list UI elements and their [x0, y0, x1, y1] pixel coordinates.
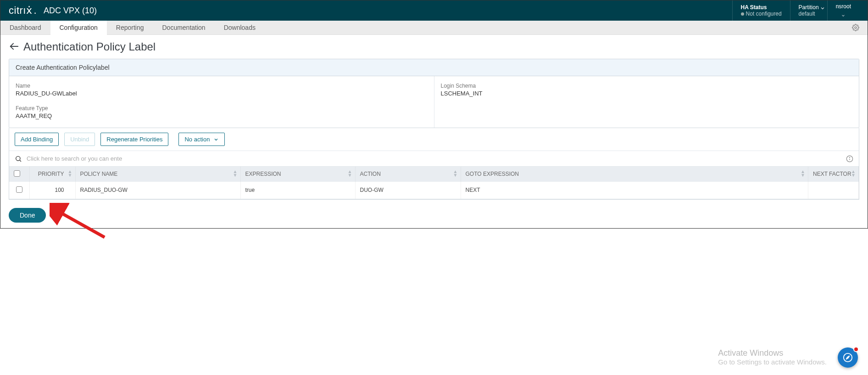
panel-body: Name RADIUS_DU-GWLabel Feature Type AAAT…	[9, 76, 859, 128]
panel-header: Create Authentication Policylabel	[9, 59, 859, 76]
no-action-dropdown[interactable]: No action	[178, 133, 225, 146]
tab-bar: Dashboard Configuration Reporting Docume…	[0, 21, 868, 35]
cell-priority: 100	[29, 182, 75, 199]
col-next-factor[interactable]: NEXT FACTOR▲▼	[808, 167, 859, 182]
top-header: citrıẋ ADC VPX (10) HA Status Not config…	[0, 0, 868, 21]
unbind-button[interactable]: Unbind	[64, 133, 95, 146]
ha-status-block[interactable]: HA Status Not configured	[732, 0, 790, 21]
svg-point-0	[855, 27, 857, 28]
sort-icon: ▲▼	[68, 170, 72, 177]
add-binding-button[interactable]: Add Binding	[15, 133, 59, 146]
user-block[interactable]: nsroot	[827, 0, 859, 21]
partition-value: default	[799, 11, 819, 17]
sort-icon: ▲▼	[801, 170, 805, 177]
gear-icon	[852, 24, 859, 31]
tab-downloads[interactable]: Downloads	[215, 21, 265, 35]
citrix-logo: citrıẋ	[9, 5, 35, 17]
header-right-group: HA Status Not configured Partition defau…	[732, 0, 859, 21]
cell-action: DUO-GW	[355, 182, 461, 199]
tab-configuration[interactable]: Configuration	[50, 21, 107, 35]
login-schema-value: LSCHEMA_INT	[441, 90, 853, 97]
back-button[interactable]	[9, 41, 19, 53]
no-action-label: No action	[184, 136, 210, 143]
name-value: RADIUS_DU-GWLabel	[16, 90, 428, 97]
info-icon	[846, 155, 853, 162]
panel-left-column: Name RADIUS_DU-GWLabel Feature Type AAAT…	[9, 76, 434, 128]
toolbar: Add Binding Unbind Regenerate Priorities…	[9, 128, 859, 151]
ha-status-title: HA Status	[741, 4, 782, 11]
regenerate-priorities-button[interactable]: Regenerate Priorities	[100, 133, 168, 146]
panel-right-column: Login Schema LSCHEMA_INT	[434, 76, 859, 128]
col-priority[interactable]: PRIORITY▲▼	[29, 167, 75, 182]
table-row[interactable]: 100 RADIUS_DUO-GW true DUO-GW NEXT	[9, 182, 859, 199]
feature-type-value: AAATM_REQ	[16, 112, 428, 119]
chevron-down-icon	[213, 137, 219, 142]
tab-dashboard[interactable]: Dashboard	[0, 21, 50, 35]
page-title: Authentication Policy Label	[23, 40, 156, 53]
sort-icon: ▲▼	[233, 170, 238, 177]
done-button[interactable]: Done	[9, 208, 46, 223]
chevron-down-icon	[840, 13, 846, 18]
search-input[interactable]	[27, 155, 846, 162]
status-dot-icon	[741, 12, 744, 16]
page-title-row: Authentication Policy Label	[9, 40, 859, 53]
ha-status-value-row: Not configured	[741, 11, 782, 17]
col-expression[interactable]: EXPRESSION▲▼	[240, 167, 355, 182]
partition-title: Partition	[799, 4, 819, 11]
tab-reporting[interactable]: Reporting	[107, 21, 153, 35]
checkbox-icon	[16, 186, 22, 193]
sort-icon: ▲▼	[348, 170, 352, 177]
bindings-table: PRIORITY▲▼ POLICY NAME▲▼ EXPRESSION▲▼ AC…	[9, 167, 859, 199]
row-checkbox-cell[interactable]	[9, 182, 29, 199]
col-policy-name[interactable]: POLICY NAME▲▼	[75, 167, 240, 182]
binding-list-panel: Add Binding Unbind Regenerate Priorities…	[9, 128, 859, 200]
table-header-row: PRIORITY▲▼ POLICY NAME▲▼ EXPRESSION▲▼ AC…	[9, 167, 859, 182]
login-schema-label: Login Schema	[441, 83, 853, 89]
search-row	[9, 151, 859, 167]
col-goto-expression[interactable]: GOTO EXPRESSION▲▼	[461, 167, 808, 182]
cell-next-factor	[808, 182, 859, 199]
header-left-group: citrıẋ ADC VPX (10)	[9, 5, 97, 17]
details-panel: Create Authentication Policylabel Name R…	[9, 59, 859, 128]
chevron-down-icon	[820, 6, 825, 11]
svg-point-2	[16, 156, 20, 160]
col-action[interactable]: ACTION▲▼	[355, 167, 461, 182]
sort-icon: ▲▼	[453, 170, 458, 177]
tab-documentation[interactable]: Documentation	[153, 21, 214, 35]
cell-expression: true	[240, 182, 355, 199]
product-name: ADC VPX (10)	[44, 6, 97, 16]
select-all-header[interactable]	[9, 167, 29, 182]
svg-point-6	[849, 157, 850, 157]
user-name: nsroot	[836, 3, 851, 10]
cell-goto-expression: NEXT	[461, 182, 808, 199]
sort-icon: ▲▼	[851, 170, 856, 177]
settings-gear-button[interactable]	[852, 23, 859, 31]
back-arrow-icon	[9, 41, 19, 51]
feature-type-label: Feature Type	[16, 105, 428, 112]
page-body: Authentication Policy Label Create Authe…	[0, 35, 868, 228]
partition-block[interactable]: Partition default	[790, 0, 827, 21]
info-button[interactable]	[846, 155, 853, 162]
ha-status-value: Not configured	[746, 11, 782, 17]
cell-policy-name: RADIUS_DUO-GW	[75, 182, 240, 199]
svg-line-3	[20, 160, 21, 162]
checkbox-icon	[14, 170, 20, 177]
name-label: Name	[16, 83, 428, 89]
search-icon	[15, 155, 22, 162]
